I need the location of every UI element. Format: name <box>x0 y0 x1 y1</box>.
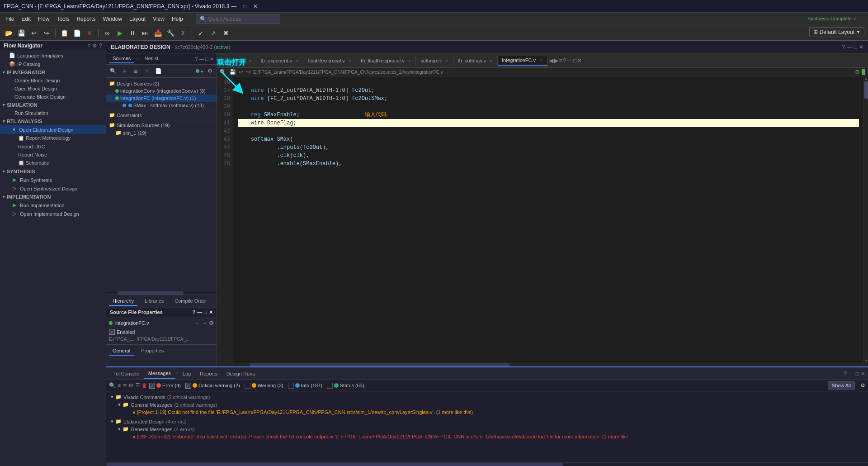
file-props-min-icon[interactable]: — <box>197 309 202 315</box>
flow-nav-settings-icon[interactable]: ⚙ <box>92 43 97 49</box>
sidebar-item-open-implemented-design[interactable]: ▷ Open Implemented Design <box>0 209 106 218</box>
sidebar-item-report-noise[interactable]: Report Noise <box>0 151 106 159</box>
sidebar-item-create-block-design[interactable]: Create Block Design <box>0 76 106 85</box>
elab-min-icon[interactable]: — <box>847 44 852 50</box>
sidebar-item-schematic[interactable]: 🔲 Schematic <box>0 159 106 167</box>
msg-settings-icon[interactable]: ⚙ <box>860 382 865 389</box>
tree-smax-softmax[interactable]: SMax : softmax (softmax.v) (13) <box>106 102 217 109</box>
filter-critical-warning[interactable]: ✓ Critical warning (2) <box>185 383 240 389</box>
show-all-button[interactable]: Show All <box>828 381 855 390</box>
copy-button[interactable]: 📋 <box>58 27 70 39</box>
tab-libraries[interactable]: Libraries <box>141 297 167 306</box>
code-save-icon[interactable]: 💾 <box>229 69 236 75</box>
filter-status[interactable]: Status (63) <box>327 383 364 389</box>
pin-right-button[interactable]: ↗ <box>208 27 219 39</box>
undo-button[interactable]: ↩ <box>28 27 40 39</box>
filter-warning[interactable]: Warning (3) <box>245 383 283 389</box>
tab-tcl-console[interactable]: Tcl Console <box>109 369 144 378</box>
sources-close-icon[interactable]: ✕ <box>210 56 214 62</box>
elab-help-icon[interactable]: ? <box>842 44 845 50</box>
redo-button[interactable]: ↪ <box>41 27 52 39</box>
tab-list-icon[interactable]: ≡ <box>559 57 562 64</box>
run-button[interactable]: ▶ <box>114 27 126 39</box>
nav-section-synthesis-header[interactable]: ▾ SYNTHESIS <box>0 167 106 176</box>
close-tab-icon[interactable]: × <box>490 58 492 63</box>
menu-window[interactable]: Window <box>99 15 126 23</box>
sidebar-item-run-implementation[interactable]: ▶ Run Implementation <box>0 201 106 209</box>
sidebar-item-run-synthesis[interactable]: ▶ Run Synthesis <box>0 176 106 184</box>
expand-all-button[interactable]: ≣ <box>131 66 141 76</box>
sources-max-icon[interactable]: □ <box>205 56 208 62</box>
code-tab-float-reciprocal[interactable]: floatReciprocal.v × <box>303 56 356 65</box>
refresh-button[interactable]: ∞ <box>101 27 113 39</box>
pin-left-button[interactable]: ↙ <box>195 27 207 39</box>
flow-nav-pin-icon[interactable]: ≡ <box>87 43 90 49</box>
bottom-close-icon[interactable]: ✕ <box>861 371 865 377</box>
sidebar-item-open-synthesized-design[interactable]: ▷ Open Synthesized Design <box>0 184 106 193</box>
file-forward-button[interactable]: → <box>202 320 207 326</box>
sidebar-item-ip-catalog[interactable]: 📦 IP Catalog <box>0 60 106 68</box>
settings-button[interactable]: 🔧 <box>165 27 176 39</box>
filter-info[interactable]: Info (187) <box>288 383 322 389</box>
sidebar-item-report-drc[interactable]: Report DRC <box>0 143 106 151</box>
nav-section-implementation-header[interactable]: ▾ IMPLEMENTATION <box>0 193 106 201</box>
menu-file[interactable]: File <box>2 15 18 23</box>
menu-layout[interactable]: Layout <box>126 15 149 23</box>
close-button[interactable]: ✕ <box>251 2 260 11</box>
tree-constraints[interactable]: 📁 Constraints <box>106 111 217 119</box>
close-tab-icon[interactable]: × <box>445 58 448 63</box>
sidebar-item-open-block-design[interactable]: Open Block Design <box>0 85 106 93</box>
close-tab-icon[interactable]: × <box>349 58 351 63</box>
code-tab-tb-float-reciprocal[interactable]: tb_floatReciprocal.v × <box>356 56 416 65</box>
sigma-button[interactable]: Σ <box>177 27 189 39</box>
menu-edit[interactable]: Edit <box>18 15 34 23</box>
bottom-hscroll-thumb[interactable] <box>106 463 563 466</box>
msg-group-icon[interactable]: ☰ <box>135 382 140 389</box>
menu-reports[interactable]: Reports <box>73 15 99 23</box>
next-button[interactable]: ⏭ <box>139 27 151 39</box>
delete-button[interactable]: ✕ <box>84 27 95 39</box>
sources-config-button[interactable]: ⚙ <box>205 66 215 76</box>
sources-help-icon[interactable]: ? <box>195 56 198 62</box>
code-search-icon[interactable]: 🔍 <box>220 69 226 75</box>
tab-messages[interactable]: Messages <box>144 369 175 379</box>
close-tab-icon[interactable]: × <box>539 57 542 63</box>
menu-help[interactable]: Help <box>168 15 187 23</box>
file-props-max-icon[interactable]: □ <box>204 309 207 315</box>
save-button[interactable]: 💾 <box>15 27 27 39</box>
view-sources-button[interactable]: 📄 <box>153 66 163 76</box>
menu-tools[interactable]: Tools <box>53 15 73 23</box>
sidebar-item-generate-block-design[interactable]: Generate Block Design <box>0 93 106 101</box>
editor-max-icon[interactable]: □ <box>573 57 576 64</box>
code-text[interactable]: wire [FC_2_out*DATA_WIDTH-1:0] fc2Out; w… <box>233 76 863 363</box>
bottom-min-icon[interactable]: — <box>849 371 854 377</box>
warning-checkbox[interactable] <box>245 383 250 389</box>
code-settings-icon[interactable]: ⚙ <box>855 69 860 75</box>
code-tab-tb-softmax[interactable]: tb_softmax.v × <box>453 56 498 65</box>
flow-nav-help-icon[interactable]: ? <box>99 43 102 49</box>
msg-group-elab-header[interactable]: ▾ 📁 Elaborated Design (4 errors) <box>109 418 865 425</box>
tab-sources[interactable]: Sources <box>109 54 134 63</box>
msg-subgroup-elab-header[interactable]: ▾ 📁 General Messages (4 errors) <box>116 425 865 433</box>
sidebar-item-run-simulation[interactable]: Run Simulation <box>0 109 106 117</box>
tree-integration-fc[interactable]: integrationFC (integrationFC.v) (1) <box>106 95 217 102</box>
quick-access-input[interactable] <box>208 16 276 22</box>
tab-compile-order[interactable]: Compile Order <box>171 297 211 306</box>
nav-section-simulation-header[interactable]: ▾ SIMULATION <box>0 101 106 109</box>
code-hscroll[interactable] <box>217 363 868 366</box>
tree-simulation-sources[interactable]: 📁 Simulation Sources (19) <box>106 121 217 129</box>
code-tab-ponent[interactable]: ...ponent.v × <box>217 56 256 65</box>
search-sources-button[interactable]: 🔍 <box>108 66 118 76</box>
msg-group-vivado-header[interactable]: ▾ 📁 Vivado Commands (2 critical warnings… <box>109 393 865 401</box>
code-redo-icon[interactable]: ↪ <box>246 69 250 75</box>
msg-filter-icon[interactable]: ⊟ <box>129 382 133 389</box>
tab-properties[interactable]: Properties <box>137 347 167 356</box>
minimize-button[interactable]: — <box>229 2 238 11</box>
code-undo-icon[interactable]: ↩ <box>239 69 243 75</box>
tree-integration-conv[interactable]: integrationConv (integrationConv.v) (8) <box>106 87 217 95</box>
critical-checkbox[interactable]: ✓ <box>185 383 191 389</box>
msg-item-usf-xsim-62[interactable]: ● [USF-XSim-62] 'elaborate' step failed … <box>116 433 865 440</box>
elab-close-icon[interactable]: ✕ <box>859 44 863 50</box>
tab-hierarchy[interactable]: Hierarchy <box>109 297 137 306</box>
status-checkbox[interactable] <box>327 383 333 389</box>
